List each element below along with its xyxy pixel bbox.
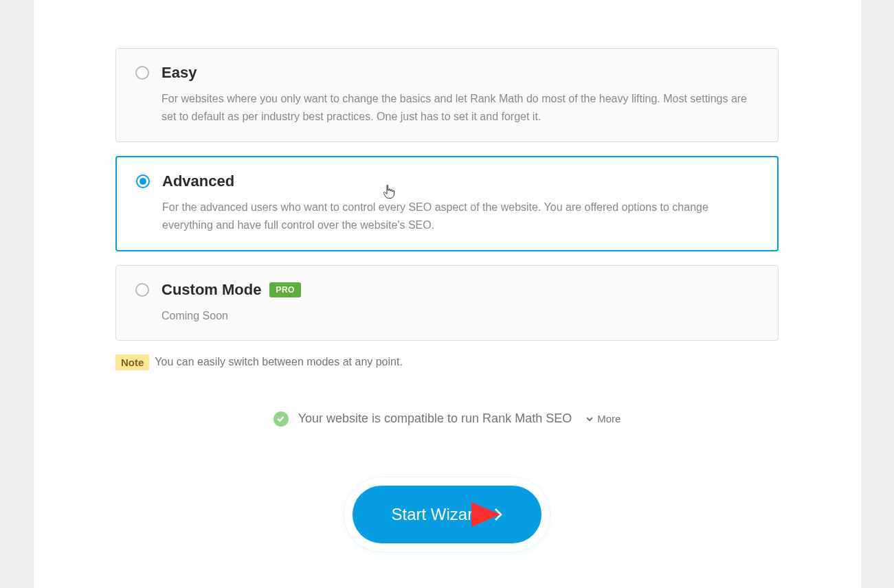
option-custom-title: Custom Mode (161, 281, 261, 299)
option-advanced-desc: For the advanced users who want to contr… (162, 199, 758, 235)
compatibility-row: Your website is compatible to run Rank M… (115, 411, 779, 427)
option-custom-title-row: Custom Mode PRO (161, 281, 759, 299)
note-badge: Note (115, 354, 149, 370)
option-custom[interactable]: Custom Mode PRO Coming Soon (115, 265, 779, 341)
note-text: You can easily switch between modes at a… (155, 356, 403, 368)
page-container: Easy For websites where you only want to… (34, 0, 861, 588)
option-easy-body: Easy For websites where you only want to… (161, 64, 759, 126)
check-circle-icon (273, 411, 289, 427)
option-advanced-title-row: Advanced (162, 172, 758, 190)
option-easy-desc: For websites where you only want to chan… (161, 90, 759, 126)
more-toggle[interactable]: More (585, 413, 621, 425)
content-wrapper: Easy For websites where you only want to… (115, 48, 779, 552)
note-row: Note You can easily switch between modes… (115, 354, 779, 370)
option-advanced[interactable]: Advanced For the advanced users who want… (115, 156, 779, 251)
compatibility-text: Your website is compatible to run Rank M… (298, 411, 572, 426)
option-custom-body: Custom Mode PRO Coming Soon (161, 281, 759, 325)
chevron-right-icon (493, 508, 503, 521)
radio-custom[interactable] (135, 283, 149, 297)
option-easy[interactable]: Easy For websites where you only want to… (115, 48, 779, 142)
radio-easy[interactable] (135, 66, 149, 80)
chevron-down-icon (585, 415, 594, 423)
option-advanced-title: Advanced (162, 172, 234, 190)
cta-container: Start Wizard (115, 477, 779, 552)
radio-advanced[interactable] (136, 174, 150, 188)
option-easy-title-row: Easy (161, 64, 759, 82)
start-wizard-button[interactable]: Start Wizard (353, 486, 541, 543)
option-advanced-body: Advanced For the advanced users who want… (162, 172, 758, 235)
pro-badge: PRO (269, 282, 301, 297)
option-custom-desc: Coming Soon (161, 307, 759, 325)
option-easy-title: Easy (161, 64, 197, 82)
start-wizard-label: Start Wizard (391, 505, 482, 524)
more-label: More (597, 413, 621, 425)
button-halo: Start Wizard (344, 477, 549, 552)
